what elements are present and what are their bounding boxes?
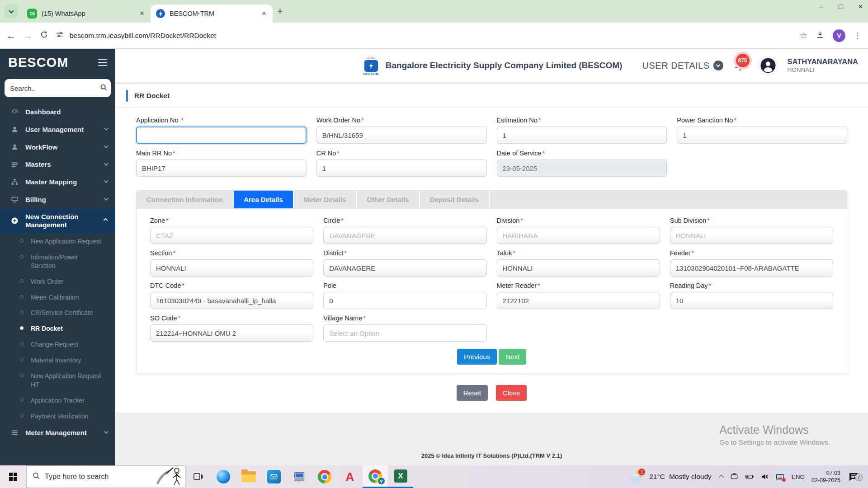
site-settings-icon[interactable] <box>56 30 64 41</box>
file-explorer-app-icon[interactable] <box>236 465 261 488</box>
chrome-profile-app-icon[interactable]: v <box>363 465 388 488</box>
sidebar-subitem-intimation-power-sanction[interactable]: Intimation/Power Sanction <box>0 249 115 274</box>
excel-app-icon[interactable]: X <box>388 465 413 488</box>
back-icon[interactable]: ← <box>6 30 16 41</box>
bookmark-star-icon[interactable]: ☆ <box>800 30 807 41</box>
field-application-no: Application No * <box>136 117 307 144</box>
hamburger-icon[interactable] <box>98 59 107 66</box>
field-sub-division: Sub Division* <box>670 217 833 244</box>
chrome-app-icon[interactable] <box>312 465 337 488</box>
sidebar-subitem-work-order[interactable]: Work Order <box>0 274 115 290</box>
action-center-button[interactable]: 7 <box>846 471 863 482</box>
weather-icon: 1 <box>630 470 645 483</box>
dtc-code-input[interactable] <box>150 292 313 309</box>
sidebar-subitem-application-tracker[interactable]: Application Tracker <box>0 393 115 408</box>
forward-icon[interactable]: → <box>23 30 33 41</box>
start-button[interactable] <box>0 465 26 488</box>
sidebar-subitem-new-application-request-ht[interactable]: New Application Request HT <box>0 368 115 393</box>
adobe-app-icon[interactable]: A <box>337 465 363 488</box>
close-tab-icon[interactable]: × <box>139 9 145 18</box>
tab-connection-information[interactable]: Connection Information <box>137 191 234 208</box>
village-name-select[interactable] <box>323 324 486 342</box>
new-tab-button[interactable]: + <box>277 5 283 17</box>
tab-area-details[interactable]: Area Details <box>234 191 294 208</box>
tab-deposit-details[interactable]: Deposit Details <box>420 191 490 208</box>
sidebar-subitem-change-request[interactable]: Change Request <box>0 337 115 352</box>
sidebar-subitem-material-inventory[interactable]: Material Inventory <box>0 352 115 368</box>
close-window-button[interactable]: × <box>859 3 863 11</box>
work-order-no-input[interactable] <box>316 127 487 144</box>
next-button[interactable]: Next <box>499 349 526 365</box>
sidebar-item-master-mapping[interactable]: Master Mapping <box>0 174 115 191</box>
maximize-button[interactable]: □ <box>839 3 843 11</box>
main-rr-no-input[interactable] <box>136 160 307 177</box>
minimize-button[interactable]: – <box>819 3 823 11</box>
user-details-button[interactable]: USER DETAILS <box>642 61 723 71</box>
tray-overflow-chevron[interactable] <box>720 475 724 479</box>
sidebar-item-masters[interactable]: Masters <box>0 156 115 174</box>
sidebar-subitem-new-application-request[interactable]: New Application Request <box>0 234 115 249</box>
omnibox[interactable]: bescom.trm.ieasybill.com/RRDocket/RRDock… <box>56 30 793 41</box>
application-no-input[interactable] <box>136 127 307 144</box>
meter-reader-input[interactable] <box>497 292 660 309</box>
required-asterisk: * <box>166 217 169 224</box>
taluk-input[interactable] <box>497 259 660 277</box>
sidebar-item-dashboard[interactable]: Dashboard <box>0 103 115 121</box>
taskbar-search[interactable] <box>26 465 185 488</box>
downloads-icon[interactable] <box>816 30 825 41</box>
sidebar-search-input[interactable] <box>10 84 100 92</box>
browser-tab-whatsapp[interactable]: 15 (15) WhatsApp × <box>22 5 151 23</box>
sidebar-item-user-management[interactable]: User Management <box>0 121 115 139</box>
browser-menu-icon[interactable]: ⋮ <box>854 31 862 41</box>
tab-other-details[interactable]: Other Details <box>357 191 420 208</box>
chevron-down-icon <box>104 196 108 201</box>
edge-app-icon[interactable] <box>211 465 236 488</box>
remote-desktop-app-icon[interactable] <box>287 465 312 488</box>
chevron-up-icon <box>104 218 108 223</box>
cast-icon[interactable] <box>730 472 739 481</box>
estimation-no-input[interactable] <box>497 127 667 144</box>
language-indicator[interactable]: ENG <box>791 474 806 480</box>
reset-button[interactable]: Reset <box>457 385 488 401</box>
user-meta[interactable]: SATHYANARAYANA HONNALI <box>788 57 858 74</box>
sidebar-item-new-connection-management[interactable]: New Connection Management <box>0 209 115 234</box>
sidebar-item-workflow[interactable]: WorkFlow <box>0 139 115 156</box>
section-input[interactable] <box>150 259 313 277</box>
taskbar-clock[interactable]: 07:03 02-09-2025 <box>811 469 840 484</box>
touch-keyboard-icon[interactable] <box>775 472 785 481</box>
close-tab-icon[interactable]: × <box>261 9 267 18</box>
sidebar-item-billing[interactable]: Billing <box>0 191 115 209</box>
bullet-icon <box>20 239 24 243</box>
pole-input[interactable] <box>323 292 486 309</box>
sidebar-subitem-rr-docket[interactable]: RR Docket <box>0 321 115 337</box>
reload-icon[interactable] <box>40 30 48 41</box>
battery-icon[interactable] <box>745 472 755 481</box>
tab-search-button[interactable] <box>5 5 18 18</box>
date-of-service-input <box>497 160 667 177</box>
task-view-button[interactable] <box>185 465 211 488</box>
sidebar-subitem-payment-verification[interactable]: Payment Verification <box>0 408 115 424</box>
sidebar-search[interactable] <box>5 79 111 97</box>
district-input[interactable] <box>323 259 486 277</box>
volume-icon[interactable] <box>760 472 769 481</box>
cr-no-input[interactable] <box>316 160 487 177</box>
feeder-input[interactable] <box>670 259 833 277</box>
tab-meter-details[interactable]: Meter Details <box>294 191 357 208</box>
sidebar-item-meter-management[interactable]: Meter Management <box>0 424 115 442</box>
browser-tab-bescom[interactable]: BESCOM-TRM × <box>151 5 273 23</box>
mail-app-icon[interactable] <box>261 465 287 488</box>
notifications-bell[interactable]: 875 <box>733 56 749 75</box>
reading-day-input[interactable] <box>670 292 833 309</box>
browser-profile-avatar[interactable]: V <box>833 29 845 42</box>
user-avatar[interactable] <box>759 56 778 75</box>
sidebar-subitem-cr-service-certificate[interactable]: CR/Service Certificate <box>0 305 115 321</box>
sidebar-subitem-meter-calibration[interactable]: Meter Calibration <box>0 290 115 305</box>
previous-button[interactable]: Previous <box>457 349 497 365</box>
footer-copyright: 2025 © Idea Infinity IT Solutions (P)Ltd… <box>421 452 562 459</box>
power-sanction-no-input[interactable] <box>677 127 847 144</box>
so-code-input[interactable] <box>150 324 313 342</box>
close-button[interactable]: Close <box>496 385 527 401</box>
taskbar-weather[interactable]: 1 21°C Mostly cloudy <box>630 470 714 483</box>
page-title: RR Docket <box>134 92 170 100</box>
field-circle: Circle* <box>323 217 486 244</box>
